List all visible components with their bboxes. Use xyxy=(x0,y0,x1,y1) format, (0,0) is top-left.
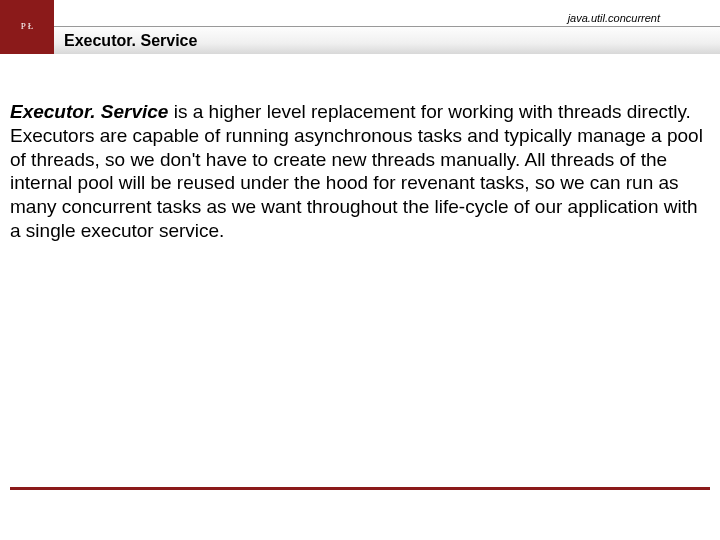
title-bar: Executor. Service xyxy=(54,26,720,54)
footer-divider xyxy=(10,487,710,490)
body-paragraph: Executor. Service is a higher level repl… xyxy=(10,100,710,243)
institution-logo: P Ł xyxy=(0,0,54,54)
logo-text: P Ł xyxy=(21,22,33,32)
package-label: java.util.concurrent xyxy=(568,12,660,24)
content-area: Executor. Service is a higher level repl… xyxy=(10,100,710,243)
slide-title: Executor. Service xyxy=(64,32,197,50)
lead-term: Executor. Service xyxy=(10,101,168,122)
